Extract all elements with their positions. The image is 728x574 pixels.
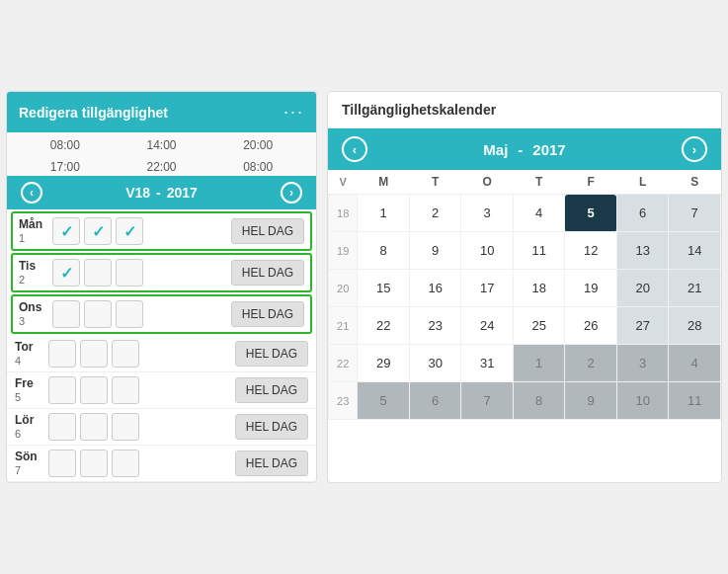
cal-day-3-3[interactable]: 25 xyxy=(513,307,565,345)
cal-day-4-4[interactable]: 2 xyxy=(565,345,617,382)
cal-week-row-4: 222930311234 xyxy=(329,345,721,382)
cal-day-1-0[interactable]: 8 xyxy=(358,232,410,270)
cal-day-0-4[interactable]: 5 xyxy=(565,195,617,232)
week-nav: ‹ V18 - 2017 › xyxy=(7,176,316,209)
more-options-button[interactable]: ··· xyxy=(283,102,304,123)
checkbox-0-0[interactable]: ✓ xyxy=(52,217,80,245)
checkbox-6-1[interactable] xyxy=(80,450,108,477)
cal-day-3-5[interactable]: 27 xyxy=(616,307,669,345)
cal-day-0-1[interactable]: 2 xyxy=(409,195,461,232)
cal-day-2-3[interactable]: 18 xyxy=(513,270,565,307)
week-num-5: 23 xyxy=(329,382,358,420)
cal-day-3-0[interactable]: 22 xyxy=(358,307,410,345)
day-label-0: Mån1 xyxy=(19,217,46,245)
week-year: 2017 xyxy=(167,185,198,201)
checkbox-1-0[interactable]: ✓ xyxy=(52,259,80,287)
checkbox-2-2[interactable] xyxy=(116,300,143,328)
checkbox-4-0[interactable] xyxy=(48,376,76,404)
next-week-button[interactable]: › xyxy=(281,182,302,204)
cal-day-5-3[interactable]: 8 xyxy=(513,382,565,420)
checkbox-1-2[interactable] xyxy=(116,259,143,287)
checkbox-2-1[interactable] xyxy=(84,300,112,328)
month-dash: - xyxy=(518,141,523,158)
calendar-header-row: VMTOTFLS xyxy=(329,170,721,195)
month-name: Maj xyxy=(483,141,508,158)
checkbox-3-2[interactable] xyxy=(112,340,139,368)
cal-day-2-5[interactable]: 20 xyxy=(616,270,669,307)
checkbox-0-1[interactable]: ✓ xyxy=(84,217,112,245)
cal-day-1-2[interactable]: 10 xyxy=(461,232,514,270)
cal-day-5-6[interactable]: 11 xyxy=(669,382,721,420)
hel-dag-button-1[interactable]: HEL DAG xyxy=(231,260,304,286)
checkbox-5-2[interactable] xyxy=(112,413,139,441)
cal-day-1-6[interactable]: 14 xyxy=(669,232,721,270)
day-label-2: Ons3 xyxy=(19,300,46,328)
hel-dag-button-2[interactable]: HEL DAG xyxy=(231,301,304,327)
cal-day-5-5[interactable]: 10 xyxy=(616,382,669,420)
checkbox-group-2 xyxy=(52,300,225,328)
checkbox-group-1: ✓ xyxy=(52,259,225,287)
day-row-fre: Fre5HEL DAG xyxy=(7,372,316,409)
cal-day-3-1[interactable]: 23 xyxy=(409,307,461,345)
cal-day-2-4[interactable]: 19 xyxy=(565,270,617,307)
week-label: V18 - 2017 xyxy=(125,185,198,201)
cal-week-row-0: 181234567 xyxy=(329,195,721,232)
cal-day-5-0[interactable]: 5 xyxy=(358,382,410,420)
cal-col-header-5: F xyxy=(565,170,617,195)
checkbox-6-0[interactable] xyxy=(48,450,76,477)
cal-day-4-6[interactable]: 4 xyxy=(669,345,721,382)
hel-dag-button-4[interactable]: HEL DAG xyxy=(235,377,308,403)
hel-dag-button-0[interactable]: HEL DAG xyxy=(231,218,304,244)
cal-day-4-0[interactable]: 29 xyxy=(358,345,410,382)
week-number: V18 xyxy=(125,185,150,201)
checkbox-group-5 xyxy=(48,413,229,441)
cal-day-5-2[interactable]: 7 xyxy=(461,382,514,420)
checkbox-4-1[interactable] xyxy=(80,376,108,404)
hel-dag-button-5[interactable]: HEL DAG xyxy=(235,414,308,440)
cal-day-3-2[interactable]: 24 xyxy=(461,307,514,345)
cal-day-3-6[interactable]: 28 xyxy=(669,307,721,345)
cal-day-4-2[interactable]: 31 xyxy=(461,345,514,382)
cal-day-0-3[interactable]: 4 xyxy=(513,195,565,232)
cal-day-5-1[interactable]: 6 xyxy=(409,382,461,420)
checkbox-3-1[interactable] xyxy=(80,340,108,368)
cal-day-5-4[interactable]: 9 xyxy=(565,382,617,420)
cal-day-0-5[interactable]: 6 xyxy=(616,195,669,232)
cal-day-4-3[interactable]: 1 xyxy=(513,345,565,382)
cal-day-4-1[interactable]: 30 xyxy=(409,345,461,382)
day-row-tor: Tor4HEL DAG xyxy=(7,336,316,372)
day-label-4: Fre5 xyxy=(15,376,42,404)
checkbox-5-1[interactable] xyxy=(80,413,108,441)
hel-dag-button-6[interactable]: HEL DAG xyxy=(235,451,308,476)
time-row-2: 17:00 22:00 08:00 xyxy=(7,154,316,176)
prev-week-button[interactable]: ‹ xyxy=(21,182,42,204)
cal-day-0-0[interactable]: 1 xyxy=(358,195,410,232)
checkbox-2-0[interactable] xyxy=(52,300,80,328)
cal-day-2-2[interactable]: 17 xyxy=(461,270,514,307)
cal-day-1-4[interactable]: 12 xyxy=(565,232,617,270)
hel-dag-button-3[interactable]: HEL DAG xyxy=(235,341,308,367)
right-panel: Tillgänglighetskalender ‹ Maj - 2017 › V… xyxy=(327,91,722,483)
cal-day-1-5[interactable]: 13 xyxy=(616,232,669,270)
cal-day-2-6[interactable]: 21 xyxy=(669,270,721,307)
cal-day-4-5[interactable]: 3 xyxy=(616,345,669,382)
checkbox-0-2[interactable]: ✓ xyxy=(116,217,143,245)
cal-day-2-1[interactable]: 16 xyxy=(409,270,461,307)
next-month-button[interactable]: › xyxy=(682,136,707,162)
week-num-1: 19 xyxy=(329,232,358,270)
checkbox-3-0[interactable] xyxy=(48,340,76,368)
checkbox-1-1[interactable] xyxy=(84,259,112,287)
time-label-6: 08:00 xyxy=(243,160,273,174)
cal-day-0-6[interactable]: 7 xyxy=(669,195,721,232)
checkbox-5-0[interactable] xyxy=(48,413,76,441)
cal-day-1-3[interactable]: 11 xyxy=(513,232,565,270)
cal-day-2-0[interactable]: 15 xyxy=(358,270,410,307)
checkbox-group-3 xyxy=(48,340,229,368)
cal-day-1-1[interactable]: 9 xyxy=(409,232,461,270)
cal-day-0-2[interactable]: 3 xyxy=(461,195,514,232)
cal-col-header-7: S xyxy=(669,170,721,195)
prev-month-button[interactable]: ‹ xyxy=(342,136,367,162)
checkbox-4-2[interactable] xyxy=(112,376,139,404)
checkbox-6-2[interactable] xyxy=(112,450,139,477)
cal-day-3-4[interactable]: 26 xyxy=(565,307,617,345)
